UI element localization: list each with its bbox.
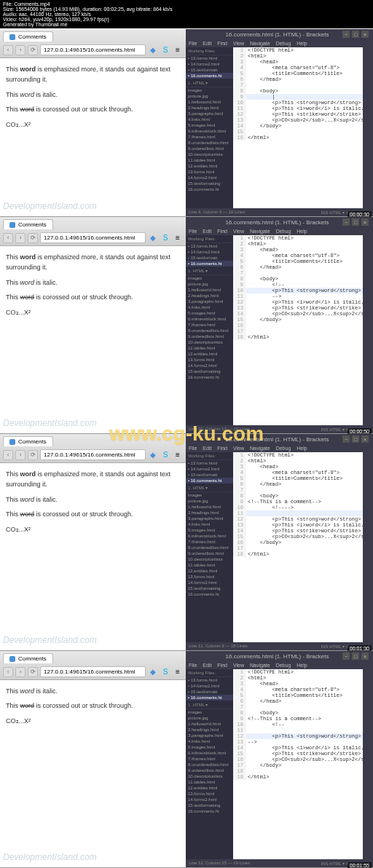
code-line[interactable] bbox=[246, 328, 363, 334]
working-file-item[interactable]: • 15.textformatt bbox=[186, 472, 233, 478]
code-line[interactable]: --> bbox=[246, 293, 363, 299]
project-file-item[interactable]: picture.jpg bbox=[186, 93, 233, 99]
project-file-item[interactable]: 5.images.html bbox=[186, 744, 233, 750]
forward-button[interactable]: › bbox=[15, 45, 25, 55]
code-line[interactable]: <p>This <strong>word</strong> is emphasi… bbox=[246, 288, 363, 293]
menu-item[interactable]: Help bbox=[297, 41, 307, 46]
extension-icon[interactable]: ◆ bbox=[148, 667, 158, 677]
project-file-item[interactable]: 13.forms.html bbox=[186, 791, 233, 797]
code-line[interactable]: <p>CO<sub>2</sub>...X<sup>2</sup></p> bbox=[246, 117, 363, 123]
menu-item[interactable]: Find bbox=[217, 41, 227, 46]
project-file-item[interactable]: 8.unorderedlists.html bbox=[186, 762, 233, 768]
project-header[interactable]: 1. HTML ▾ bbox=[186, 484, 233, 492]
working-file-item[interactable]: • 14.forms2.html bbox=[186, 249, 233, 255]
code-line[interactable]: <p>This <strike>word</strike> is corosse… bbox=[246, 751, 363, 757]
code-line[interactable]: <body> bbox=[246, 710, 363, 716]
close-button[interactable]: × bbox=[361, 652, 369, 660]
project-file-item[interactable]: 1.helloworld.html bbox=[186, 504, 233, 510]
minimize-button[interactable]: − bbox=[342, 31, 350, 38]
browser-tab[interactable]: Comments bbox=[3, 436, 53, 446]
project-file-item[interactable]: 4.links.html bbox=[186, 738, 233, 744]
project-file-item[interactable]: 6.inlinevsblock.html bbox=[186, 750, 233, 756]
menu-item[interactable]: Help bbox=[297, 446, 307, 451]
menu-item[interactable]: Debug bbox=[276, 41, 291, 46]
project-file-item[interactable]: 8.unorderedlists.html bbox=[186, 328, 233, 334]
project-file-item[interactable]: 15.textformatting bbox=[186, 585, 233, 591]
code-line[interactable]: <title>Comments</title> bbox=[246, 71, 363, 76]
browser-tab[interactable]: Comments bbox=[3, 31, 53, 42]
code-line[interactable]: <body> bbox=[246, 493, 363, 499]
code-line[interactable]: </html> bbox=[246, 774, 363, 780]
skype-icon[interactable]: S bbox=[160, 667, 170, 677]
project-file-item[interactable]: 3.paragraphs.html bbox=[186, 111, 233, 117]
code-line[interactable]: <head> bbox=[246, 464, 363, 470]
project-file-item[interactable]: 9.orderedlists.html bbox=[186, 768, 233, 773]
project-file-item[interactable]: 7.iframes.html bbox=[186, 756, 233, 762]
code-line[interactable]: <p>CO<sub>2</sub>...X<sup>2</sup></p> bbox=[246, 534, 363, 540]
menu-item[interactable]: Debug bbox=[276, 229, 291, 234]
extension-icon[interactable]: ◆ bbox=[148, 45, 158, 55]
code-line[interactable]: <html> bbox=[246, 53, 363, 59]
code-line[interactable]: <p>This <strong>word</strong> is emphasi… bbox=[246, 733, 363, 739]
code-line[interactable] bbox=[246, 704, 363, 710]
back-button[interactable]: ‹ bbox=[3, 667, 13, 677]
code-line[interactable]: <!DOCTYPE html> bbox=[246, 47, 363, 53]
code-line[interactable]: <p>This <i>word</i> is italic.</p> bbox=[246, 299, 363, 305]
code-line[interactable] bbox=[246, 768, 363, 774]
project-file-item[interactable]: 2.headings.html bbox=[186, 293, 233, 299]
code-line[interactable]: <p>CO<sub>2</sub>...X<sup>2</sup></p> bbox=[246, 757, 363, 762]
project-file-item[interactable]: 16.comments.ht bbox=[186, 591, 233, 597]
project-file-item[interactable]: 12.entities.html bbox=[186, 785, 233, 791]
reload-button[interactable]: ⟳ bbox=[28, 667, 38, 677]
project-file-item[interactable]: 9.orderedlists.html bbox=[186, 334, 233, 339]
code-line[interactable] bbox=[246, 487, 363, 493]
working-file-item[interactable]: • 13.forms.html bbox=[186, 460, 233, 466]
code-line[interactable]: <p>This <strong>word</strong> is emphasi… bbox=[246, 100, 363, 106]
code-line[interactable] bbox=[246, 545, 363, 551]
code-line[interactable]: </head> bbox=[246, 264, 363, 270]
code-line[interactable]: <p>This <i>word</i> is italic.</p> bbox=[246, 106, 363, 111]
menu-icon[interactable]: ≡ bbox=[173, 45, 183, 55]
skype-icon[interactable]: S bbox=[160, 233, 170, 243]
code-line[interactable]: </body> bbox=[246, 540, 363, 545]
working-file-item[interactable]: • 15.textformatt bbox=[186, 67, 233, 73]
menu-item[interactable]: Find bbox=[217, 229, 227, 234]
url-input[interactable]: 127.0.0.1:49615/16.comments.html bbox=[40, 44, 146, 55]
code-line[interactable]: <body> bbox=[246, 276, 363, 282]
menu-item[interactable]: View bbox=[233, 663, 244, 668]
code-line[interactable]: <!-- bbox=[246, 722, 363, 727]
code-line[interactable]: <!DOCTYPE html> bbox=[246, 669, 363, 675]
project-file-item[interactable]: 2.headings.html bbox=[186, 727, 233, 733]
code-line[interactable]: <!----> bbox=[246, 505, 363, 510]
project-file-item[interactable]: picture.jpg bbox=[186, 498, 233, 504]
code-line[interactable]: <body> bbox=[246, 88, 363, 94]
code-line[interactable]: <head> bbox=[246, 681, 363, 687]
menu-item[interactable]: Edit bbox=[203, 446, 211, 451]
project-file-item[interactable]: 7.iframes.html bbox=[186, 134, 233, 140]
menu-item[interactable]: Debug bbox=[276, 663, 291, 668]
code-editor[interactable]: 1<!DOCTYPE html>2<html>3 <head>4 <meta c… bbox=[233, 669, 363, 859]
project-header[interactable]: 1. HTML ▾ bbox=[186, 267, 233, 275]
back-button[interactable]: ‹ bbox=[3, 450, 13, 460]
menu-icon[interactable]: ≡ bbox=[173, 233, 183, 243]
reload-button[interactable]: ⟳ bbox=[28, 45, 38, 55]
code-line[interactable]: <p>This <strike>word</strike> is corosse… bbox=[246, 111, 363, 117]
menu-item[interactable]: Find bbox=[217, 663, 227, 668]
code-editor[interactable]: 1<!DOCTYPE html>2<html>3 <head>4 <meta c… bbox=[233, 47, 363, 208]
code-line[interactable]: <html> bbox=[246, 675, 363, 681]
project-file-item[interactable]: 10.descriptionlists bbox=[186, 773, 233, 779]
project-file-item[interactable]: 10.descriptionlists bbox=[186, 339, 233, 345]
working-file-item[interactable]: • 13.forms.html bbox=[186, 55, 233, 61]
code-line[interactable]: <!DOCTYPE html> bbox=[246, 452, 363, 458]
working-file-item[interactable]: • 14.forms2.html bbox=[186, 61, 233, 67]
code-line[interactable]: <head> bbox=[246, 247, 363, 253]
project-file-item[interactable]: 4.links.html bbox=[186, 521, 233, 527]
working-file-item[interactable]: • 15.textformatt bbox=[186, 689, 233, 695]
project-file-item[interactable]: 11.tables.html bbox=[186, 562, 233, 568]
menu-item[interactable]: Help bbox=[297, 229, 307, 234]
menu-item[interactable]: File bbox=[189, 41, 197, 46]
images-folder[interactable]: images bbox=[186, 492, 233, 498]
working-file-item[interactable]: • 15.textformatt bbox=[186, 255, 233, 261]
close-button[interactable]: × bbox=[361, 31, 369, 38]
project-file-item[interactable]: 10.descriptionlists bbox=[186, 556, 233, 562]
